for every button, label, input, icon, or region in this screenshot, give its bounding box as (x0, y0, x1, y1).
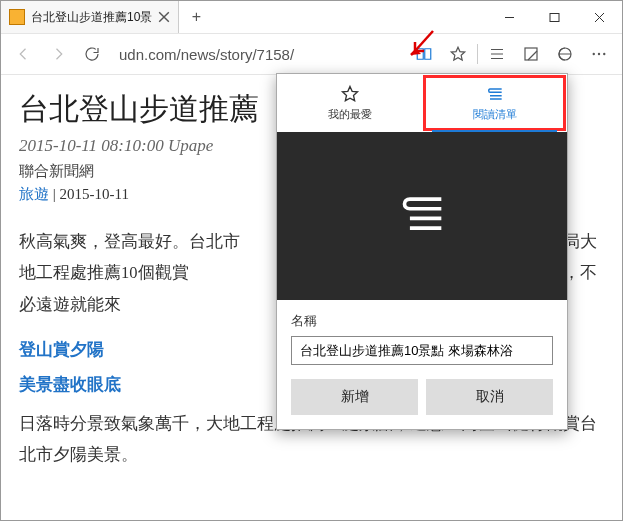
favicon (9, 9, 25, 25)
article-date: 2015-10-11 (60, 186, 129, 202)
more-button[interactable] (582, 37, 616, 71)
name-input[interactable] (291, 336, 553, 365)
flyout-tabs: 我的最愛 閱讀清單 (277, 74, 567, 132)
svg-rect-0 (550, 13, 559, 21)
share-button[interactable] (548, 37, 582, 71)
close-tab-icon[interactable] (158, 11, 170, 23)
preview-panel (277, 132, 567, 300)
close-window-button[interactable] (577, 1, 622, 33)
titlebar: 台北登山步道推薦10景 + (1, 1, 622, 34)
add-favorite-flyout: 我的最愛 閱讀清單 名稱 新增 取消 (276, 73, 568, 430)
category-link[interactable]: 旅遊 (19, 186, 49, 202)
flyout-body: 名稱 新增 取消 (277, 300, 567, 429)
name-label: 名稱 (291, 312, 553, 330)
tab-favorites[interactable]: 我的最愛 (277, 74, 422, 132)
reading-view-button[interactable] (407, 37, 441, 71)
svg-rect-1 (525, 48, 537, 60)
hub-button[interactable] (480, 37, 514, 71)
star-icon (340, 84, 360, 104)
svg-point-5 (603, 53, 605, 55)
reading-list-icon (485, 84, 505, 104)
add-button[interactable]: 新增 (291, 379, 418, 415)
browser-tab[interactable]: 台北登山步道推薦10景 (1, 1, 179, 33)
tab-favorites-label: 我的最愛 (328, 107, 372, 122)
tab-title: 台北登山步道推薦10景 (31, 9, 152, 26)
favorites-star-button[interactable] (441, 37, 475, 71)
cancel-button[interactable]: 取消 (426, 379, 553, 415)
tab-reading-list-label: 閱讀清單 (473, 107, 517, 122)
minimize-button[interactable] (487, 1, 532, 33)
refresh-button[interactable] (75, 37, 109, 71)
new-tab-button[interactable]: + (179, 1, 213, 33)
svg-point-3 (593, 53, 595, 55)
maximize-button[interactable] (532, 1, 577, 33)
webnote-button[interactable] (514, 37, 548, 71)
toolbar: udn.com/news/story/7158/ (1, 34, 622, 75)
svg-point-4 (598, 53, 600, 55)
separator (477, 44, 478, 64)
tab-reading-list[interactable]: 閱讀清單 (422, 74, 567, 132)
back-button[interactable] (7, 37, 41, 71)
forward-button[interactable] (41, 37, 75, 71)
reading-list-large-icon (393, 187, 451, 245)
address-bar[interactable]: udn.com/news/story/7158/ (109, 46, 407, 63)
